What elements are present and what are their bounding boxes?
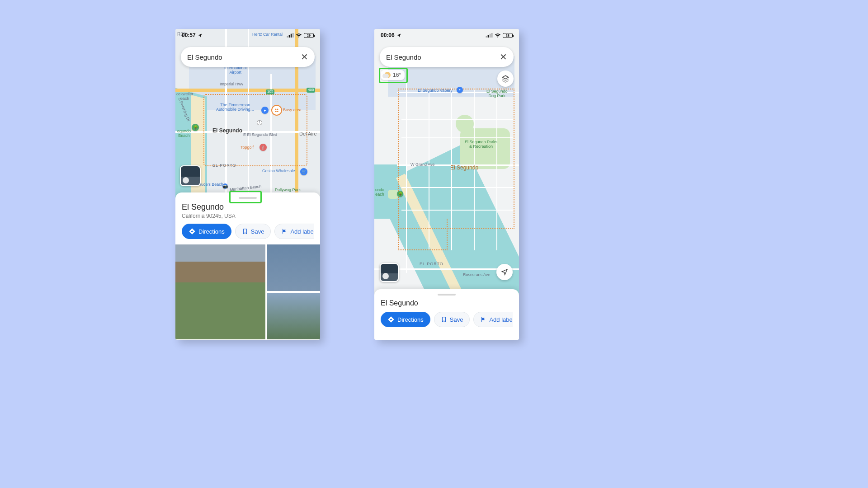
svg-rect-8 [490,34,491,38]
flag-icon [281,228,288,235]
label-bruces: Bruce's Beach [197,183,223,187]
photo-3[interactable] [267,293,320,339]
clear-search-icon[interactable]: ✕ [301,52,308,61]
recenter-button[interactable] [496,264,513,280]
directions-button[interactable]: Directions [381,312,430,327]
phone-right: • El Segundo Vapery El Segundo Dog Park … [374,29,519,340]
status-bar: 00:06 38 [374,29,519,40]
svg-rect-3 [289,35,290,38]
shield-105: 105 [266,89,274,94]
label-elporto: EL PORTO [420,262,443,267]
label-parks: El Segundo Parks & Recreation [465,140,497,149]
svg-rect-9 [491,33,493,38]
clear-search-icon[interactable]: ✕ [500,52,507,61]
action-row: Directions Save Add label [182,224,314,239]
pin-topgolf[interactable]: 🍴 [259,144,267,151]
place-title: El Segundo [381,299,513,307]
label-airport: International Airport [224,66,247,75]
label-rosecrans: Rosecrans Ave [463,273,490,277]
place-sheet[interactable]: El Segundo Directions Save Add label [374,289,519,340]
place-subtitle: California 90245, USA [182,213,314,219]
label-grand: W Grand Ave [410,163,434,167]
wifi-icon [495,33,501,38]
label-elporto: EL PORTO [212,164,236,168]
battery-icon: 29 [304,33,314,38]
phone-left: REY Hertz Car Rental International Airpo… [175,29,320,340]
tutorial-highlight-grabber [229,191,262,203]
status-bar: 00:57 29 [175,29,320,40]
status-time: 00:06 [381,32,395,38]
bookmark-icon [441,316,447,323]
battery-icon: 38 [503,33,513,38]
layers-button[interactable] [497,70,514,87]
label-delaire: Del Aire [299,131,317,136]
label-topgolf: Topgolf [241,145,254,150]
label-costco: Costco Wholesale [262,169,295,174]
flag-icon [480,316,486,323]
shield-405: 405 [307,88,315,93]
pin-photo[interactable]: 📷 [222,183,228,189]
label-pollywog: Pollywog Park [275,188,301,192]
label-zimmerman: The Zimmerman Automobile Driving… [216,103,255,112]
wifi-icon [296,33,302,38]
search-bar[interactable]: El Segundo ✕ [380,47,514,67]
street-view-thumb[interactable] [380,263,399,282]
add-label-button[interactable]: Add label [473,312,513,327]
pin-beach[interactable]: 🌳 [192,124,199,131]
photo-carousel[interactable] [175,244,320,339]
city-label: El Segundo [450,164,478,171]
svg-rect-2 [287,36,288,38]
photo-2[interactable] [267,244,320,291]
pin-vapery[interactable]: • [457,87,463,93]
label-imperial: Imperial Hwy [220,82,243,87]
directions-button[interactable]: Directions [182,224,231,239]
label-vapery: El Segundo Vapery [418,89,453,93]
pin-costco[interactable]: 🛒 [300,168,307,175]
svg-rect-5 [292,33,294,38]
status-time: 00:57 [182,32,196,38]
label-blvd: E El Segundo Blvd [243,133,277,137]
bookmark-icon [242,228,248,235]
svg-rect-7 [488,35,489,38]
place-title: El Segundo [182,202,314,212]
place-sheet[interactable]: El Segundo California 90245, USA Directi… [175,192,320,340]
directions-icon [387,316,395,323]
svg-point-1 [277,109,278,110]
pin-zimmerman[interactable]: ▸ [261,107,269,114]
street-view-thumb[interactable] [180,165,201,186]
city-label: El Segundo [212,127,242,134]
add-label-button[interactable]: Add label [274,224,314,239]
location-arrow-icon [501,268,508,276]
signal-icon [486,33,493,38]
photo-1[interactable] [175,244,265,339]
label-dockweiler: ockweiler each [176,92,193,101]
tutorial-highlight-weather [379,68,408,83]
search-text: El Segundo [187,53,301,61]
label-undo-beach: undo each [375,188,384,197]
label-dogpark: El Segundo Dog Park [486,89,508,99]
layers-icon [501,75,509,83]
svg-rect-6 [486,36,487,38]
svg-point-0 [275,109,277,110]
action-row: Directions Save Add label [381,312,513,327]
save-button[interactable]: Save [235,224,271,239]
search-text: El Segundo [386,53,500,61]
save-button[interactable]: Save [434,312,470,327]
label-seg-beach: egundo Beach [177,129,191,138]
busy-area-pin[interactable]: Busy area [271,105,302,116]
directions-icon [189,228,196,235]
search-bar[interactable]: El Segundo ✕ [181,47,315,67]
pin-beach[interactable]: 🌳 [397,191,403,197]
sheet-grabber[interactable] [438,294,456,296]
svg-rect-4 [291,34,292,38]
signal-icon [287,33,294,38]
location-arrow-icon [396,33,401,38]
location-arrow-icon [198,33,203,38]
